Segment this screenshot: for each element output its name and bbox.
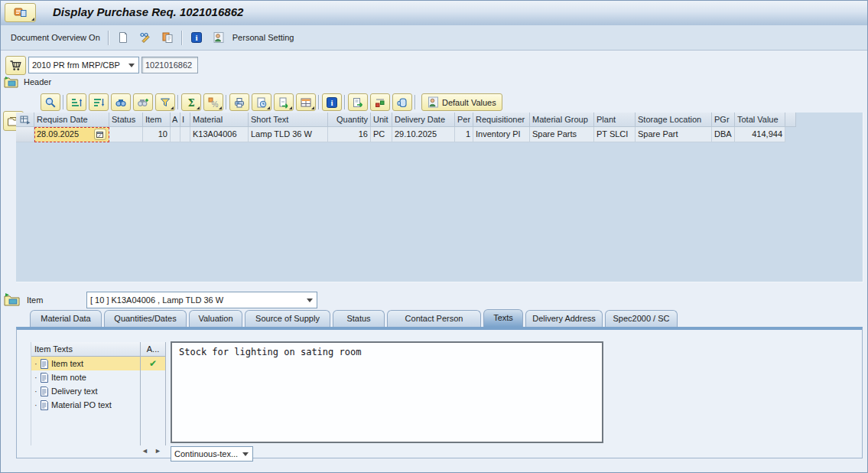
other-document-icon[interactable] — [159, 29, 176, 46]
default-values-button[interactable]: Default Values — [421, 93, 502, 111]
pgr-cell[interactable]: DBA — [712, 127, 735, 142]
i-cell[interactable] — [180, 127, 190, 142]
sort-ascending-button[interactable] — [67, 93, 86, 111]
header-expand-icon[interactable] — [4, 75, 19, 88]
material-group-cell[interactable]: Spare Parts — [530, 127, 594, 142]
date-picker-button[interactable] — [94, 129, 106, 140]
column-header[interactable]: A — [171, 113, 180, 127]
toolbar-separator — [108, 31, 109, 45]
purchase-req-cart-button[interactable] — [5, 56, 26, 75]
print-button[interactable] — [229, 93, 249, 111]
subtotal-icon: % — [207, 96, 219, 109]
display-change-icon[interactable] — [137, 29, 154, 46]
item-texts-list-filler — [31, 412, 166, 445]
table-row[interactable]: 28.09.2025 10 K13A04006 Lamp TLD 36 W 16… — [16, 127, 863, 142]
per-cell[interactable]: 1 — [455, 127, 473, 142]
row-select-cell[interactable] — [16, 127, 34, 142]
text-format-dropdown[interactable]: Continuous-tex... — [171, 446, 253, 462]
material-cell[interactable]: K13A04006 — [190, 127, 249, 142]
column-header[interactable]: Delivery Date — [392, 113, 455, 127]
layout-button[interactable] — [296, 93, 316, 111]
details-button[interactable] — [41, 93, 60, 111]
column-header[interactable]: Short Text — [249, 113, 328, 127]
total-value-cell[interactable]: 414,944 — [735, 127, 785, 142]
tab-delivery-address[interactable]: Delivery Address — [525, 310, 603, 327]
document-number-value: 1021016862 — [145, 60, 192, 70]
tab-contact-person[interactable]: Contact Person — [387, 310, 481, 327]
plant-cell[interactable]: PT SLCI — [594, 127, 636, 142]
view-button[interactable] — [252, 93, 271, 111]
filter-button[interactable] — [155, 93, 175, 111]
toolbar-separator — [226, 95, 227, 109]
tab-texts[interactable]: Texts — [483, 309, 523, 327]
item-expand-icon[interactable] — [4, 292, 21, 306]
scroll-right-icon[interactable]: ► — [154, 447, 161, 455]
settings-button[interactable] — [370, 93, 390, 111]
requisitioner-cell[interactable]: Inventory Pl — [473, 127, 530, 142]
column-header[interactable]: Material Group — [530, 113, 594, 127]
column-header[interactable]: Material — [190, 113, 249, 127]
list-bullet: · — [34, 387, 38, 396]
delivery-date-cell[interactable]: 29.10.2025 — [392, 127, 455, 142]
tab-valuation[interactable]: Valuation — [189, 310, 242, 327]
status-cell[interactable] — [109, 127, 143, 142]
storage-location-cell[interactable]: Spare Part — [636, 127, 712, 142]
column-header[interactable]: Status — [109, 113, 143, 127]
sort-descending-button[interactable] — [89, 93, 109, 111]
personal-setting-label[interactable]: Personal Setting — [232, 33, 294, 42]
item-texts-title: Item Texts — [31, 342, 141, 357]
column-header[interactable]: Requisitioner — [473, 113, 530, 127]
column-header[interactable]: Per — [455, 113, 473, 127]
list-item-item-note[interactable]: · Item note — [31, 370, 166, 384]
item-cell[interactable]: 10 — [143, 127, 171, 142]
list-item-material-po-text[interactable]: · Material PO text — [31, 398, 166, 412]
find-next-button[interactable] — [133, 93, 153, 111]
toolbar-separator — [63, 95, 64, 109]
column-header[interactable]: Requisn Date — [34, 113, 109, 127]
text-document-icon — [41, 400, 49, 410]
tab-quantities-dates[interactable]: Quantities/Dates — [104, 310, 187, 327]
document-number-field[interactable]: 1021016862 — [141, 57, 198, 73]
scroll-left-icon[interactable]: ◄ — [141, 447, 148, 455]
export-button[interactable] — [274, 93, 294, 111]
personal-setting-icon[interactable] — [210, 29, 227, 46]
list-item-delivery-text[interactable]: · Delivery text — [31, 384, 166, 398]
document-overview-button[interactable]: Document Overview On — [8, 31, 102, 44]
header-section-label[interactable]: Header — [24, 77, 51, 86]
short-text-cell[interactable]: Lamp TLD 36 W — [249, 127, 328, 142]
column-header[interactable]: Storage Location — [636, 113, 712, 127]
create-document-icon[interactable] — [115, 29, 132, 46]
info-icon[interactable]: i — [188, 29, 205, 46]
unit-cell[interactable]: PC — [371, 127, 392, 142]
application-toolbar: Document Overview On i Personal Se — [1, 25, 868, 51]
tab-source-of-supply[interactable]: Source of Supply — [245, 310, 330, 327]
sum-icon: Σ — [185, 96, 197, 109]
quantity-cell[interactable]: 16 — [328, 127, 371, 142]
column-header[interactable]: Unit — [371, 113, 392, 127]
column-header[interactable]: Item — [143, 113, 171, 127]
column-header[interactable]: Total Value — [735, 113, 785, 127]
hold-button[interactable] — [392, 93, 412, 111]
sum-button[interactable]: Σ — [181, 93, 201, 111]
tab-material-data[interactable]: Material Data — [30, 310, 102, 327]
subtotal-button[interactable]: % — [203, 93, 223, 111]
tab-spec2000-sc[interactable]: Spec2000 / SC — [605, 310, 678, 327]
filter-icon — [159, 96, 171, 109]
find-button[interactable] — [111, 93, 131, 111]
requisn-date-cell[interactable]: 28.09.2025 — [34, 127, 109, 142]
find-next-icon — [137, 96, 149, 109]
column-header[interactable]: PGr — [712, 113, 735, 127]
column-header[interactable]: Plant — [594, 113, 636, 127]
document-type-dropdown[interactable]: 2010 PR frm MRP/CBP — [28, 57, 139, 73]
grid-info-button[interactable]: i — [322, 93, 342, 111]
list-item-item-text[interactable]: · Item text ✔ — [31, 357, 166, 370]
selection-column-header[interactable] — [16, 113, 34, 127]
sap-menu-button[interactable] — [5, 3, 36, 22]
tab-status[interactable]: Status — [333, 310, 385, 327]
a-cell[interactable] — [171, 127, 180, 142]
transfer-button[interactable] — [348, 93, 368, 111]
column-header[interactable]: I — [180, 113, 190, 127]
item-selector-dropdown[interactable]: [ 10 ] K13A04006 , Lamp TLD 36 W — [86, 292, 317, 308]
column-header[interactable]: Quantity — [328, 113, 371, 127]
text-editor-area[interactable]: Stock for lighting on sating room — [171, 341, 603, 443]
